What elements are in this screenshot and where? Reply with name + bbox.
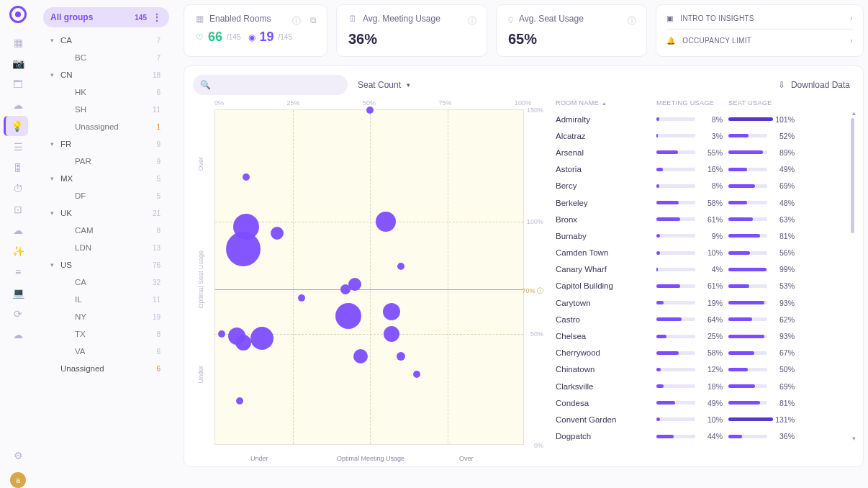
chart-bubble[interactable] xyxy=(353,349,368,363)
tree-item[interactable]: ▾UK21 xyxy=(36,204,169,222)
camera-icon[interactable]: 📷 xyxy=(6,53,30,73)
info-icon[interactable]: ⓘ xyxy=(292,15,301,27)
scroll-down-icon[interactable]: ▾ xyxy=(852,435,856,442)
chart-bubble[interactable] xyxy=(250,327,273,350)
tree-item[interactable]: SH11 xyxy=(36,101,169,118)
list1-icon[interactable]: ☰ xyxy=(6,137,30,157)
group-header-more-icon[interactable]: ⋮ xyxy=(153,12,162,22)
chart-bubble[interactable] xyxy=(340,284,351,294)
table-row[interactable]: Chelsea25%93% xyxy=(551,327,850,344)
tree-item[interactable]: VA6 xyxy=(36,343,169,360)
table-row[interactable]: Arsenal55%89% xyxy=(551,144,850,161)
list2-icon[interactable]: ≡ xyxy=(6,262,30,282)
chart-bubble[interactable] xyxy=(397,352,405,361)
box-icon[interactable]: ⊡ xyxy=(6,199,30,220)
table-row[interactable]: Canary Wharf4%99% xyxy=(551,261,850,278)
seat-pct: 93% xyxy=(772,332,795,340)
col-seat[interactable]: SEAT USAGE xyxy=(728,99,800,107)
info-icon[interactable]: ⓘ xyxy=(468,15,476,27)
chart-bubble[interactable] xyxy=(366,107,374,114)
link-intro[interactable]: ▣ INTRO TO INSIGHTS › xyxy=(666,8,853,30)
table-row[interactable]: Clarksville18%69% xyxy=(551,378,850,394)
info-icon[interactable]: ⓘ xyxy=(628,15,636,27)
tree-item[interactable]: ▾FR9 xyxy=(36,135,169,153)
tree-item[interactable]: PAR9 xyxy=(36,153,169,170)
tree-item[interactable]: CA32 xyxy=(36,274,169,291)
chart-bubble[interactable] xyxy=(271,227,284,240)
chart-bubble[interactable] xyxy=(413,371,420,378)
tree-item[interactable]: LDN13 xyxy=(36,239,169,256)
device-icon[interactable]: 💻 xyxy=(6,283,30,303)
tree-item[interactable]: HK6 xyxy=(36,83,169,101)
scroll-thumb[interactable] xyxy=(851,118,854,233)
tree-item[interactable]: TX8 xyxy=(36,325,169,343)
chart-bubble[interactable] xyxy=(397,263,404,270)
table-row[interactable]: Bercy8%69% xyxy=(551,178,850,194)
chart-bubble[interactable] xyxy=(236,397,243,405)
cloud1-icon[interactable]: ☁ xyxy=(6,95,30,115)
table-row[interactable]: Burnaby9%81% xyxy=(551,227,850,244)
table-row[interactable]: Bronx61%63% xyxy=(551,211,850,227)
chart-bubble[interactable] xyxy=(335,303,361,329)
spark-icon[interactable]: ✨ xyxy=(6,241,30,261)
table-row[interactable]: Cherrywood58%67% xyxy=(551,345,850,361)
chart-bubble[interactable] xyxy=(226,232,261,266)
search-field[interactable] xyxy=(217,79,340,91)
cloud2-icon[interactable]: ☁ xyxy=(6,220,30,240)
table-row[interactable]: Astoria16%49% xyxy=(551,161,850,178)
table-row[interactable]: Alcatraz3%52% xyxy=(551,127,850,144)
tree-item[interactable]: ▾MX5 xyxy=(36,170,169,187)
seat-count-dropdown[interactable]: Seat Count ▾ xyxy=(358,80,410,90)
cloud3-icon[interactable]: ☁ xyxy=(6,325,30,345)
tree-item[interactable]: ▾CN18 xyxy=(36,66,169,83)
meeting-pct: 10% xyxy=(700,248,723,257)
meeting-cell: 44% xyxy=(656,432,728,440)
table-row[interactable]: Camden Town10%56% xyxy=(551,245,850,261)
group-header[interactable]: All groups 145 ⋮ xyxy=(43,7,169,27)
table-row[interactable]: Admiralty8%101% xyxy=(551,111,850,127)
table-body[interactable]: Admiralty8%101%Alcatraz3%52%Arsenal55%89… xyxy=(551,111,850,442)
link-occupancy[interactable]: 🔔 OCCUPANCY LIMIT › xyxy=(666,30,853,51)
chart-bubble[interactable] xyxy=(235,335,251,351)
sync-icon[interactable]: ⟳ xyxy=(6,304,30,324)
table-row[interactable]: Chinatown12%50% xyxy=(551,361,850,378)
avatar[interactable]: a xyxy=(10,472,26,488)
tree-item[interactable]: Unassigned6 xyxy=(36,360,169,377)
table-row[interactable]: Capitol Building61%53% xyxy=(551,278,850,294)
table-row[interactable]: Convent Garden10%131% xyxy=(551,411,850,428)
tree-item[interactable]: BC7 xyxy=(36,49,169,66)
scroll-up-icon[interactable]: ▴ xyxy=(852,109,856,117)
insights-icon[interactable]: 💡 xyxy=(4,116,28,136)
tree-item[interactable]: NY19 xyxy=(36,308,169,325)
controls-icon[interactable]: 🎛 xyxy=(6,158,30,178)
time-icon[interactable]: ⏱ xyxy=(6,179,30,199)
settings-icon[interactable]: ⚙ xyxy=(6,446,30,466)
chart-bubble[interactable] xyxy=(243,173,250,181)
table-row[interactable]: Dogpatch44%36% xyxy=(551,428,850,442)
rooms-icon[interactable]: ▦ xyxy=(6,32,30,53)
tree-item[interactable]: ▾CA7 xyxy=(36,32,169,49)
search-input[interactable]: 🔍 xyxy=(193,75,348,95)
col-room-name[interactable]: ROOM NAME▲ xyxy=(556,99,656,107)
chart-bubble[interactable] xyxy=(376,212,396,232)
table-row[interactable]: Berkeley58%48% xyxy=(551,194,850,211)
chart-bubble[interactable] xyxy=(218,330,225,338)
tree-item[interactable]: CAM8 xyxy=(36,222,169,239)
screens-icon[interactable]: 🗔 xyxy=(6,74,30,94)
tree-item[interactable]: Unassigned1 xyxy=(36,118,169,135)
tree-item[interactable]: IL11 xyxy=(36,291,169,308)
chart-plot[interactable]: 70% ⓘ 150%100%50%0% xyxy=(214,109,524,445)
tree-item[interactable]: ▾US76 xyxy=(36,256,169,274)
table-row[interactable]: Condesa49%81% xyxy=(551,394,850,411)
download-button[interactable]: ⇩ Download Data xyxy=(778,80,850,90)
chart-bubble[interactable] xyxy=(298,294,305,302)
app-logo[interactable] xyxy=(9,6,27,23)
tree-item[interactable]: DF5 xyxy=(36,187,169,204)
chart-bubble[interactable] xyxy=(384,326,399,342)
col-meeting[interactable]: MEETING USAGE xyxy=(656,99,728,107)
table-row[interactable]: Castro64%62% xyxy=(551,311,850,327)
chart-bubble[interactable] xyxy=(383,303,400,320)
table-row[interactable]: Carytown19%93% xyxy=(551,294,850,311)
external-link-icon[interactable]: ⧉ xyxy=(310,15,317,25)
room-name: Dogpatch xyxy=(556,432,656,440)
